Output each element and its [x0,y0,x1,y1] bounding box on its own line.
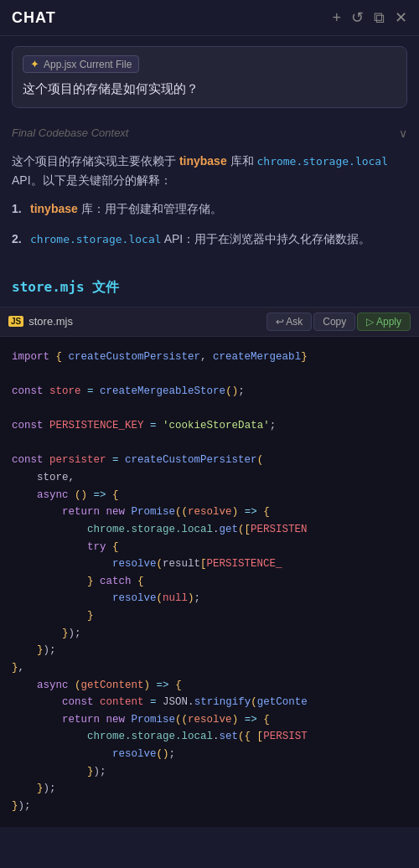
highlight-tinybase: tinybase [179,154,227,168]
code-filename: JS store.mjs [8,315,73,328]
item2-content: chrome.storage.local API：用于在浏览器中持久化存储数据。 [30,230,370,250]
item2-highlight: chrome.storage.local [30,233,162,245]
answer-mid1: 库和 [230,154,254,168]
split-icon[interactable]: ⧉ [374,9,385,27]
chevron-down-icon[interactable]: ∨ [399,127,407,140]
close-icon[interactable]: ✕ [395,8,407,27]
add-icon[interactable]: + [332,9,341,27]
chat-input-area[interactable]: ✦ App.jsx Current File 这个项目的存储是如何实现的？ [12,46,407,108]
context-section[interactable]: Final Codebase Context ∨ [0,118,419,148]
history-icon[interactable]: ↺ [351,8,364,27]
store-filename-title: store.mjs 文件 [12,279,119,295]
file-badge-label: App.jsx Current File [44,59,132,70]
code-filename-label: store.mjs [28,315,73,328]
code-toolbar: JS store.mjs ↩ Ask Copy ▷ Apply [0,307,419,337]
app-title: CHAT [12,9,56,27]
item1-num: 1. [12,199,25,220]
item1-content: tinybase 库：用于创建和管理存储。 [30,199,222,220]
ask-button[interactable]: ↩ Ask [266,313,313,331]
code-block: JS store.mjs ↩ Ask Copy ▷ Apply import {… [0,307,419,827]
answer-mid2: API。以下是关键部分的解释： [12,173,172,187]
code-actions: ↩ Ask Copy ▷ Apply [266,313,411,331]
context-label: Final Codebase Context [12,127,128,139]
numbered-item-2: 2. chrome.storage.local API：用于在浏览器中持久化存储… [12,230,407,250]
copy-button[interactable]: Copy [313,313,355,331]
file-section-title: store.mjs 文件 [0,270,419,307]
answer-intro-text: 这个项目的存储实现主要依赖于 [12,154,176,168]
file-badge: ✦ App.jsx Current File [23,55,139,73]
item1-highlight: tinybase [30,202,78,215]
file-badge-icon: ✦ [30,58,39,70]
item2-text: API：用于在浏览器中持久化存储数据。 [164,232,371,245]
answer-intro-paragraph: 这个项目的存储实现主要依赖于 tinybase 库和 chrome.storag… [12,152,407,192]
js-badge: JS [8,316,23,327]
apply-button[interactable]: ▷ Apply [357,313,411,331]
answer-area: 这个项目的存储实现主要依赖于 tinybase 库和 chrome.storag… [0,148,419,270]
numbered-item-1: 1. tinybase 库：用于创建和管理存储。 [12,199,407,220]
header-actions: + ↺ ⧉ ✕ [332,8,407,27]
item1-text: 库：用于创建和管理存储。 [81,202,222,215]
item2-num: 2. [12,230,25,250]
header: CHAT + ↺ ⧉ ✕ [0,0,419,36]
highlight-chrome-storage: chrome.storage.local [256,155,388,168]
chat-question: 这个项目的存储是如何实现的？ [23,80,396,99]
code-content: import { createCustomPersister, createMe… [0,337,419,827]
